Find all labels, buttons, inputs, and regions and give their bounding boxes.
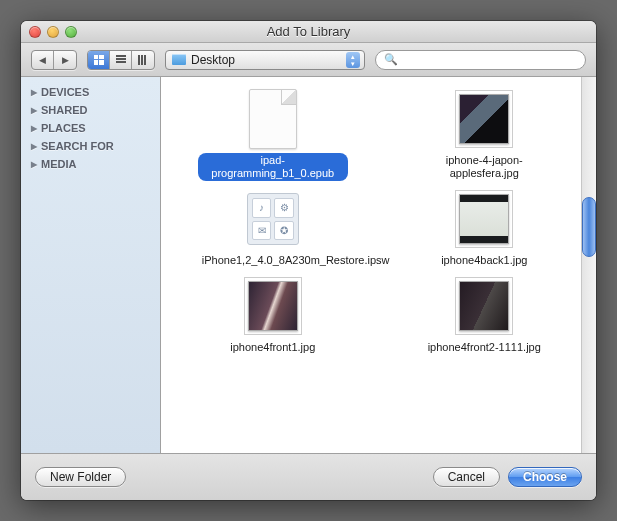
close-button[interactable] xyxy=(29,26,41,38)
image-thumbnail xyxy=(459,194,509,244)
file-name-label: ipad-programming_b1_0.epub xyxy=(198,153,348,181)
sidebar-header-places[interactable]: ▶PLACES xyxy=(21,119,160,137)
file-item[interactable]: iphone4front1.jpg xyxy=(171,274,375,355)
file-name-label: iphone4front2-1111.jpg xyxy=(424,340,545,355)
file-item[interactable]: iphone-4-japon-applesfera.jpg xyxy=(383,87,587,181)
file-open-dialog: Add To Library Desktop 🔍 ▶DEVICES ▶SHARE… xyxy=(21,21,596,500)
scrollbar-thumb[interactable] xyxy=(582,197,596,257)
file-name-label: iphone4front1.jpg xyxy=(226,340,319,355)
folder-icon xyxy=(172,54,186,65)
search-icon: 🔍 xyxy=(384,53,398,66)
file-thumbnail xyxy=(241,274,305,338)
column-view-button[interactable] xyxy=(132,51,154,69)
back-button[interactable] xyxy=(32,51,54,69)
file-thumbnail xyxy=(241,87,305,151)
image-thumbnail xyxy=(459,94,509,144)
sidebar-header-media[interactable]: ▶MEDIA xyxy=(21,155,160,173)
choose-button[interactable]: Choose xyxy=(508,467,582,487)
image-thumbnail xyxy=(248,281,298,331)
titlebar[interactable]: Add To Library xyxy=(21,21,596,43)
icon-view-button[interactable] xyxy=(88,51,110,69)
window-title: Add To Library xyxy=(21,24,596,39)
toolbar: Desktop 🔍 xyxy=(21,43,596,77)
location-label: Desktop xyxy=(191,53,341,67)
file-thumbnail xyxy=(452,187,516,251)
popup-arrows-icon xyxy=(346,52,360,68)
file-item[interactable]: ♪⚙✉✪iPhone1,2_4.0_8A230m_Restore.ipsw xyxy=(171,187,375,268)
zoom-button[interactable] xyxy=(65,26,77,38)
sidebar: ▶DEVICES ▶SHARED ▶PLACES ▶SEARCH FOR ▶ME… xyxy=(21,77,161,453)
footer: New Folder Cancel Choose xyxy=(21,454,596,500)
disclosure-triangle-icon: ▶ xyxy=(31,106,37,115)
file-thumbnail xyxy=(452,87,516,151)
file-name-label: iPhone1,2_4.0_8A230m_Restore.ipsw xyxy=(198,253,348,268)
sidebar-header-searchfor[interactable]: ▶SEARCH FOR xyxy=(21,137,160,155)
file-thumbnail: ♪⚙✉✪ xyxy=(241,187,305,251)
sidebar-header-shared[interactable]: ▶SHARED xyxy=(21,101,160,119)
content-area: ▶DEVICES ▶SHARED ▶PLACES ▶SEARCH FOR ▶ME… xyxy=(21,77,596,454)
document-icon xyxy=(249,89,297,149)
file-thumbnail xyxy=(452,274,516,338)
new-folder-button[interactable]: New Folder xyxy=(35,467,126,487)
location-popup[interactable]: Desktop xyxy=(165,50,365,70)
cancel-button[interactable]: Cancel xyxy=(433,467,500,487)
file-item[interactable]: ipad-programming_b1_0.epub xyxy=(171,87,375,181)
disclosure-triangle-icon: ▶ xyxy=(31,124,37,133)
file-grid: ipad-programming_b1_0.epubiphone-4-japon… xyxy=(161,77,596,365)
image-thumbnail xyxy=(459,281,509,331)
sidebar-header-devices[interactable]: ▶DEVICES xyxy=(21,83,160,101)
window-controls xyxy=(29,26,77,38)
list-view-button[interactable] xyxy=(110,51,132,69)
file-name-label: iphone-4-japon-applesfera.jpg xyxy=(409,153,559,181)
minimize-button[interactable] xyxy=(47,26,59,38)
disclosure-triangle-icon: ▶ xyxy=(31,88,37,97)
ipsw-icon: ♪⚙✉✪ xyxy=(247,193,299,245)
forward-button[interactable] xyxy=(54,51,76,69)
file-item[interactable]: iphone4front2-1111.jpg xyxy=(383,274,587,355)
nav-back-forward xyxy=(31,50,77,70)
file-name-label: iphone4back1.jpg xyxy=(437,253,531,268)
view-mode-switcher xyxy=(87,50,155,70)
search-input[interactable] xyxy=(402,54,577,66)
file-browser[interactable]: ipad-programming_b1_0.epubiphone-4-japon… xyxy=(161,77,596,453)
disclosure-triangle-icon: ▶ xyxy=(31,160,37,169)
disclosure-triangle-icon: ▶ xyxy=(31,142,37,151)
scrollbar-track[interactable] xyxy=(581,77,596,453)
file-item[interactable]: iphone4back1.jpg xyxy=(383,187,587,268)
search-field[interactable]: 🔍 xyxy=(375,50,586,70)
